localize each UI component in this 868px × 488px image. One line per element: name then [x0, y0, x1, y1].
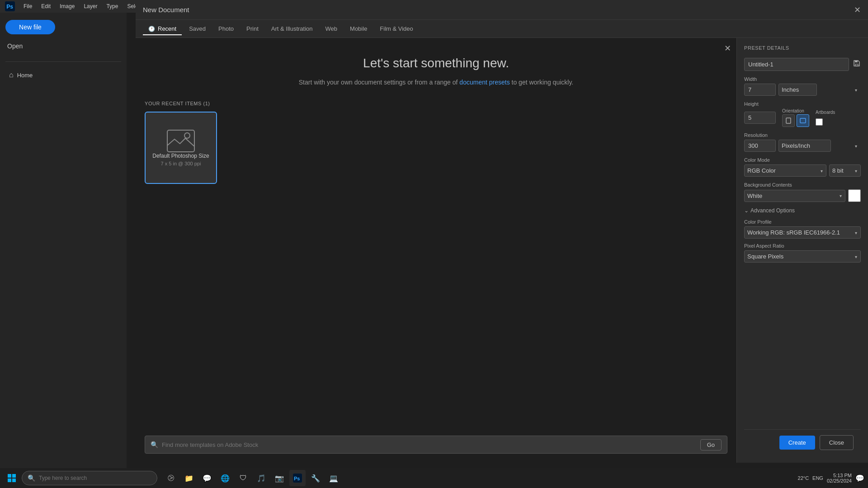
browser-icon[interactable]: 🌐 — [217, 470, 233, 486]
tab-print-label: Print — [246, 25, 259, 32]
resolution-unit-wrapper: Pixels/Inch Pixels/Centimeter — [778, 140, 861, 152]
menu-edit[interactable]: Edit — [38, 2, 54, 10]
hero-subtitle: Start with your own document settings or… — [145, 78, 727, 87]
taskbar-search-bar[interactable]: 🔍 — [22, 471, 157, 485]
svg-text:Ps: Ps — [6, 4, 13, 10]
bg-contents-field-row: Background Contents White Black Backgrou… — [744, 182, 861, 202]
template-search-input[interactable] — [162, 441, 697, 448]
bg-color-swatch[interactable] — [848, 189, 861, 202]
orientation-buttons — [782, 114, 809, 127]
width-input[interactable] — [744, 84, 776, 96]
landscape-button[interactable] — [797, 114, 809, 127]
portrait-icon — [786, 117, 791, 124]
preset-name-input[interactable] — [744, 58, 849, 71]
color-profile-select[interactable]: Working RGB: sRGB IEC61966-2.1 sRGB IEC6… — [744, 226, 861, 239]
width-field-row: Width Inches Pixels Centimeters Millimet… — [744, 76, 861, 96]
artboards-checkbox[interactable] — [816, 118, 823, 126]
tab-saved[interactable]: Saved — [184, 23, 211, 35]
resolution-unit-select[interactable]: Pixels/Inch Pixels/Centimeter — [778, 140, 831, 152]
advanced-options-toggle[interactable]: ⌄ Advanced Options — [744, 207, 861, 214]
color-mode-select-wrapper: RGB Color CMYK Color Grayscale Bitmap La… — [744, 164, 826, 177]
color-mode-select[interactable]: RGB Color CMYK Color Grayscale Bitmap La… — [744, 164, 826, 177]
dialog-container: New Document ✕ 🕐 Recent Saved Photo Prin… — [136, 0, 868, 488]
tab-film[interactable]: Film & Video — [374, 23, 418, 35]
media-icon[interactable]: 🎵 — [253, 470, 269, 486]
chat-icon[interactable]: 💬 — [199, 470, 215, 486]
clock-date: 02/25/2024 — [827, 478, 852, 483]
color-profile-label: Color Profile — [744, 219, 861, 225]
clock-time: 5:13 PM — [827, 473, 852, 478]
document-presets-link[interactable]: document presets — [459, 79, 509, 86]
template-search-bar: 🔍 Go — [145, 436, 727, 454]
create-button[interactable]: Create — [779, 436, 815, 450]
tab-recent-label: Recent — [158, 25, 176, 32]
menu-image[interactable]: Image — [56, 2, 78, 10]
color-mode-label: Color Mode — [744, 157, 861, 163]
pixel-ratio-field-row: Pixel Aspect Ratio Square Pixels D1/DV N… — [744, 243, 861, 263]
dialog-titlebar: New Document ✕ — [136, 0, 868, 20]
color-mode-field-row: Color Mode RGB Color CMYK Color Grayscal… — [744, 157, 861, 177]
svg-rect-6 — [786, 118, 791, 123]
file-explorer-icon[interactable]: 📁 — [181, 470, 197, 486]
color-profile-select-wrapper: Working RGB: sRGB IEC61966-2.1 sRGB IEC6… — [744, 226, 861, 239]
monitor-icon[interactable]: 💻 — [326, 470, 342, 486]
save-preset-button[interactable] — [853, 59, 861, 70]
menu-layer[interactable]: Layer — [80, 2, 101, 10]
content-close-button[interactable]: ✕ — [724, 43, 731, 53]
portrait-button[interactable] — [782, 114, 795, 127]
chevron-down-icon: ⌄ — [744, 207, 749, 214]
start-button[interactable] — [4, 470, 20, 486]
width-label: Width — [744, 76, 861, 82]
dialog-close-button[interactable]: ✕ — [854, 6, 861, 14]
app-logo: Ps — [4, 0, 16, 13]
menu-type[interactable]: Type — [103, 2, 122, 10]
bit-depth-select[interactable]: 8 bit 16 bit 32 bit — [829, 164, 861, 177]
tab-art[interactable]: Art & Illustration — [266, 23, 318, 35]
task-view-icon[interactable]: ⧁ — [163, 470, 179, 486]
color-mode-row: RGB Color CMYK Color Grayscale Bitmap La… — [744, 164, 861, 177]
bg-contents-row: White Black Background Color Foreground … — [744, 189, 861, 202]
security-icon[interactable]: 🛡 — [235, 470, 251, 486]
taskbar-temp: 22°C — [798, 475, 809, 481]
preset-name-row — [744, 58, 861, 71]
pixel-ratio-select-wrapper: Square Pixels D1/DV NTSC (0.91) D1/DV PA… — [744, 250, 861, 263]
pixel-ratio-select[interactable]: Square Pixels D1/DV NTSC (0.91) D1/DV PA… — [744, 250, 861, 263]
svg-rect-9 — [12, 474, 16, 478]
recent-items-list: Default Photoshop Size 7 x 5 in @ 300 pp… — [145, 112, 727, 184]
width-unit-select[interactable]: Inches Pixels Centimeters Millimeters — [778, 84, 817, 96]
tab-saved-label: Saved — [189, 25, 206, 32]
content-left: ✕ Let's start something new. Start with … — [136, 38, 737, 463]
height-input[interactable] — [744, 112, 776, 124]
camera-icon[interactable]: 📷 — [271, 470, 288, 486]
open-link[interactable]: Open — [5, 40, 121, 52]
hero-title: Let's start something new. — [145, 56, 727, 70]
tab-recent[interactable]: 🕐 Recent — [143, 23, 182, 35]
sidebar-item-home[interactable]: ⌂ Home — [5, 67, 121, 83]
height-field-row: Height Orientation — [744, 101, 861, 127]
recent-item[interactable]: Default Photoshop Size 7 x 5 in @ 300 pp… — [145, 112, 217, 184]
tab-art-label: Art & Illustration — [271, 25, 313, 32]
taskbar-clock[interactable]: 5:13 PM 02/25/2024 — [827, 473, 852, 483]
close-button[interactable]: Close — [820, 435, 854, 450]
height-input-row: Orientation — [744, 108, 861, 127]
bg-contents-select[interactable]: White Black Background Color Foreground … — [744, 190, 845, 202]
tab-web[interactable]: Web — [320, 23, 343, 35]
tab-mobile-label: Mobile — [350, 25, 367, 32]
taskbar-search-input[interactable] — [39, 475, 151, 481]
go-button[interactable]: Go — [700, 439, 722, 450]
new-file-button[interactable]: New file — [5, 20, 55, 34]
dialog-tabs: 🕐 Recent Saved Photo Print Art & Illustr… — [136, 20, 868, 38]
tool-icon[interactable]: 🔧 — [307, 470, 324, 486]
tab-mobile[interactable]: Mobile — [344, 23, 373, 35]
tab-photo[interactable]: Photo — [213, 23, 239, 35]
tab-print[interactable]: Print — [241, 23, 264, 35]
svg-rect-5 — [855, 61, 858, 62]
resolution-input[interactable] — [744, 140, 776, 152]
svg-rect-2 — [167, 130, 194, 152]
notification-icon[interactable]: 💬 — [855, 474, 864, 483]
svg-point-3 — [184, 133, 190, 138]
recent-item-name: Default Photoshop Size — [152, 153, 209, 159]
save-icon — [853, 59, 861, 67]
menu-file[interactable]: File — [20, 2, 36, 10]
photoshop-taskbar-icon[interactable]: Ps — [289, 470, 306, 486]
